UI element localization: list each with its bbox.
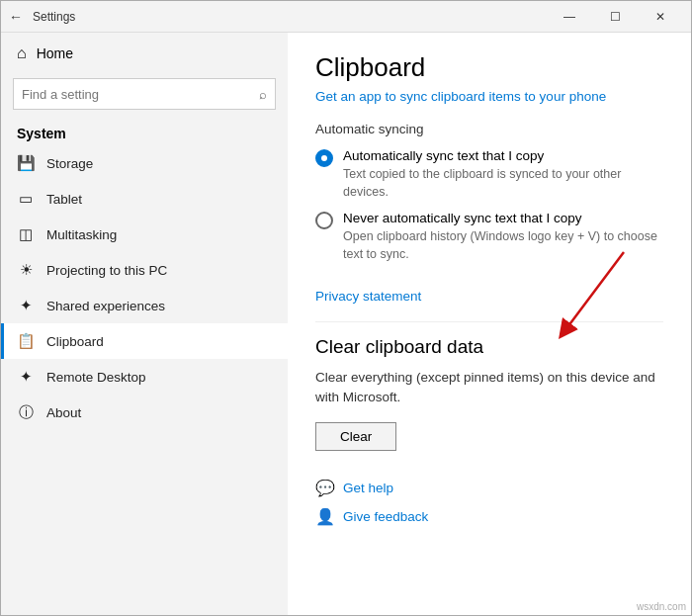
clear-desc: Clear everything (except pinned items) o… (315, 368, 663, 408)
remote-icon: ✦ (17, 368, 35, 386)
home-icon: ⌂ (17, 44, 27, 62)
title-bar: ← Settings ― ☐ ✕ (1, 1, 691, 33)
sidebar-item-storage[interactable]: 💾 Storage (1, 145, 288, 181)
sidebar-item-remote[interactable]: ✦ Remote Desktop (1, 359, 288, 395)
automatic-syncing-label: Automatic syncing (315, 122, 663, 136)
auto-sync-radio[interactable] (315, 149, 333, 167)
auto-sync-option[interactable]: Automatically sync text that I copy Text… (315, 148, 663, 201)
tablet-icon: ▭ (17, 190, 35, 208)
get-help-label: Get help (343, 481, 393, 495)
auto-sync-label: Automatically sync text that I copy (343, 148, 663, 163)
settings-window: ← Settings ― ☐ ✕ ⌂ Home ⌕ System 💾 Stora… (0, 0, 692, 616)
feedback-label: Give feedback (343, 509, 428, 524)
about-icon: ⓘ (17, 403, 35, 422)
sidebar-item-projecting[interactable]: ☀ Projecting to this PC (1, 252, 288, 288)
sidebar-item-label: Multitasking (46, 227, 117, 242)
svg-line-1 (564, 252, 624, 331)
sidebar-item-shared[interactable]: ✦ Shared experiences (1, 288, 288, 323)
sidebar-item-label: Projecting to this PC (46, 263, 167, 278)
sidebar-item-tablet[interactable]: ▭ Tablet (1, 181, 288, 217)
sidebar-item-label: Tablet (46, 192, 82, 207)
auto-sync-desc: Text copied to the clipboard is synced t… (343, 166, 663, 201)
shared-icon: ✦ (17, 297, 35, 314)
sidebar-item-about[interactable]: ⓘ About (1, 395, 288, 431)
search-icon: ⌕ (259, 87, 267, 102)
sidebar-item-label: Clipboard (46, 334, 104, 349)
clipboard-icon: 📋 (17, 332, 35, 350)
main-content: Clipboard Get an app to sync clipboard i… (288, 33, 691, 615)
projecting-icon: ☀ (17, 261, 35, 279)
sidebar-item-clipboard[interactable]: 📋 Clipboard (1, 323, 288, 359)
multitasking-icon: ◫ (17, 225, 35, 243)
help-links: 💬 Get help 👤 Give feedback (315, 479, 663, 526)
get-help-icon: 💬 (315, 479, 335, 497)
sidebar-item-multitasking[interactable]: ◫ Multitasking (1, 217, 288, 252)
give-feedback-link[interactable]: 👤 Give feedback (315, 507, 663, 526)
content-area: ⌂ Home ⌕ System 💾 Storage ▭ Tablet ◫ Mul… (1, 33, 691, 615)
page-title: Clipboard (315, 52, 663, 83)
sidebar-item-label: Remote Desktop (46, 370, 146, 385)
never-sync-label: Never automatically sync text that I cop… (343, 211, 663, 225)
title-bar-title: Settings (33, 10, 547, 24)
close-button[interactable]: ✕ (638, 1, 683, 33)
never-sync-radio[interactable] (315, 212, 333, 229)
sidebar-item-label: Shared experiences (46, 299, 165, 313)
get-help-link[interactable]: 💬 Get help (315, 479, 663, 497)
sidebar-item-label: Storage (46, 156, 93, 171)
sync-phone-link[interactable]: Get an app to sync clipboard items to yo… (315, 89, 663, 104)
search-input[interactable] (22, 87, 259, 102)
home-label: Home (37, 45, 73, 61)
sidebar-home[interactable]: ⌂ Home (1, 33, 288, 74)
red-arrow-annotation (545, 247, 644, 346)
clear-button[interactable]: Clear (315, 422, 396, 451)
sidebar-item-label: About (46, 405, 81, 420)
minimize-button[interactable]: ― (547, 1, 592, 33)
sidebar-search-box[interactable]: ⌕ (13, 78, 276, 110)
sidebar-section-title: System (1, 118, 288, 145)
auto-sync-text: Automatically sync text that I copy Text… (343, 148, 663, 201)
maximize-button[interactable]: ☐ (592, 1, 638, 33)
back-button[interactable]: ← (9, 9, 23, 25)
feedback-icon: 👤 (315, 507, 335, 526)
clear-section-wrapper: Clear clipboard data (315, 336, 663, 368)
title-bar-controls: ― ☐ ✕ (547, 1, 683, 33)
sidebar: ⌂ Home ⌕ System 💾 Storage ▭ Tablet ◫ Mul… (1, 33, 288, 615)
storage-icon: 💾 (17, 154, 35, 172)
